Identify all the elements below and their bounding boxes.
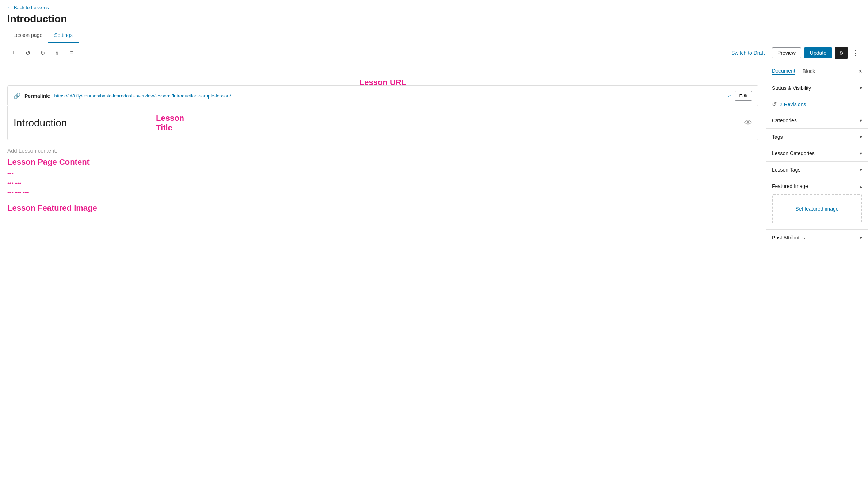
list-icon: ≡ xyxy=(70,50,73,56)
lesson-tags-header[interactable]: Lesson Tags ▾ xyxy=(766,162,868,178)
redo-button[interactable]: ↻ xyxy=(37,47,48,59)
lesson-tags-title: Lesson Tags xyxy=(772,167,800,173)
status-visibility-chevron: ▾ xyxy=(860,85,862,91)
permalink-edit-button[interactable]: Edit xyxy=(735,91,752,101)
lesson-categories-header[interactable]: Lesson Categories ▾ xyxy=(766,145,868,161)
dot-3-2: ••• xyxy=(15,189,23,196)
add-block-button[interactable]: + xyxy=(7,47,19,59)
post-attributes-title: Post Attributes xyxy=(772,235,805,241)
more-options-button[interactable]: ⋮ xyxy=(850,47,861,59)
sidebar-section-tags: Tags ▾ xyxy=(766,129,868,145)
settings-gear-button[interactable]: ⚙ xyxy=(835,47,848,59)
content-placeholder[interactable]: Add Lesson content. xyxy=(7,147,758,154)
lesson-featured-image-annotation: Lesson Featured Image xyxy=(7,203,758,213)
status-visibility-title: Status & Visibility xyxy=(772,85,811,91)
info-button[interactable]: ℹ xyxy=(51,47,63,59)
post-attributes-chevron: ▾ xyxy=(860,235,862,241)
title-input[interactable] xyxy=(14,117,152,129)
sidebar: Document Block × Status & Visibility ▾ ↺… xyxy=(766,63,868,495)
lesson-page-content-annotation: Lesson Page Content xyxy=(7,157,758,167)
toolbar-right: Switch to Draft Preview Update ⚙ ⋮ xyxy=(727,47,861,59)
featured-image-chevron: ▴ xyxy=(860,183,862,189)
gear-icon: ⚙ xyxy=(839,50,844,56)
info-icon: ℹ xyxy=(56,50,58,57)
sidebar-section-lesson-categories: Lesson Categories ▾ xyxy=(766,145,868,162)
dot-3-1: ••• xyxy=(7,189,15,196)
sidebar-section-featured-image: Featured Image ▴ Set featured image xyxy=(766,178,868,230)
visibility-toggle-icon[interactable]: 👁 xyxy=(744,118,752,128)
switch-to-draft-button[interactable]: Switch to Draft xyxy=(727,48,769,58)
sidebar-section-status-visibility: Status & Visibility ▾ xyxy=(766,80,868,96)
tags-header[interactable]: Tags ▾ xyxy=(766,129,868,145)
sidebar-header: Document Block × xyxy=(766,63,868,80)
revisions-row[interactable]: ↺ 2 Revisions xyxy=(766,96,868,112)
tags-title: Tags xyxy=(772,134,783,140)
editor-area: Lesson URL 🔗 Permalink: https://ld3.fly/… xyxy=(0,63,766,495)
lesson-categories-title: Lesson Categories xyxy=(772,150,815,156)
dot-2-1: ••• xyxy=(7,180,15,186)
toolbar: + ↺ ↻ ℹ ≡ Switch to Draft Preview Update… xyxy=(0,43,868,63)
categories-header[interactable]: Categories ▾ xyxy=(766,112,868,128)
sidebar-section-revisions: ↺ 2 Revisions xyxy=(766,96,868,112)
title-area: Lesson Title 👁 xyxy=(7,106,758,140)
sidebar-section-post-attributes: Post Attributes ▾ xyxy=(766,230,868,246)
top-bar: Back to Lessons Introduction Lesson page… xyxy=(0,0,868,43)
tab-lesson-page[interactable]: Lesson page xyxy=(7,28,48,43)
featured-image-header[interactable]: Featured Image ▴ xyxy=(766,178,868,194)
preview-button[interactable]: Preview xyxy=(772,47,801,58)
redo-icon: ↻ xyxy=(40,50,45,57)
set-featured-image-label[interactable]: Set featured image xyxy=(795,206,838,212)
update-button[interactable]: Update xyxy=(804,47,832,58)
permalink-label: Permalink: xyxy=(24,93,51,99)
dot-2-2: ••• xyxy=(15,180,21,186)
undo-button[interactable]: ↺ xyxy=(22,47,34,59)
dot-3-3: ••• xyxy=(23,189,29,196)
toolbar-left: + ↺ ↻ ℹ ≡ xyxy=(7,47,724,59)
dots-row-3: ••• ••• ••• xyxy=(7,189,758,196)
revisions-text: 2 Revisions xyxy=(780,101,806,107)
dot-1-1: ••• xyxy=(7,170,14,177)
dots-row-1: ••• xyxy=(7,170,758,177)
categories-chevron: ▾ xyxy=(860,118,862,123)
main-layout: Lesson URL 🔗 Permalink: https://ld3.fly/… xyxy=(0,63,868,495)
post-attributes-header[interactable]: Post Attributes ▾ xyxy=(766,230,868,246)
sidebar-close-button[interactable]: × xyxy=(858,68,862,75)
dots-row-2: ••• ••• xyxy=(7,180,758,187)
lesson-tags-chevron: ▾ xyxy=(860,167,862,173)
tab-settings[interactable]: Settings xyxy=(48,28,79,43)
featured-image-title: Featured Image xyxy=(772,183,808,189)
page-title: Introduction xyxy=(7,13,861,25)
revisions-icon: ↺ xyxy=(772,101,777,108)
list-view-button[interactable]: ≡ xyxy=(66,47,77,59)
status-visibility-header[interactable]: Status & Visibility ▾ xyxy=(766,80,868,96)
set-featured-image-area[interactable]: Set featured image xyxy=(772,194,862,223)
sidebar-section-lesson-tags: Lesson Tags ▾ xyxy=(766,162,868,178)
tags-chevron: ▾ xyxy=(860,134,862,140)
sidebar-block-tab[interactable]: Block xyxy=(803,68,815,75)
link-icon: 🔗 xyxy=(14,92,21,99)
tabs: Lesson page Settings xyxy=(7,28,861,43)
undo-icon: ↺ xyxy=(26,50,30,57)
lesson-categories-chevron: ▾ xyxy=(860,150,862,156)
back-to-lessons-link[interactable]: Back to Lessons xyxy=(7,5,49,10)
external-link-icon: ↗ xyxy=(727,93,731,99)
add-icon: + xyxy=(11,50,15,56)
lesson-title-annotation: Lesson Title xyxy=(156,114,195,133)
sidebar-section-categories: Categories ▾ xyxy=(766,112,868,129)
sidebar-document-tab[interactable]: Document xyxy=(772,68,795,75)
permalink-bar: 🔗 Permalink: https://ld3.fly/courses/bas… xyxy=(7,85,758,106)
categories-title: Categories xyxy=(772,118,797,123)
permalink-url[interactable]: https://ld3.fly/courses/basic-learndash-… xyxy=(54,93,723,99)
